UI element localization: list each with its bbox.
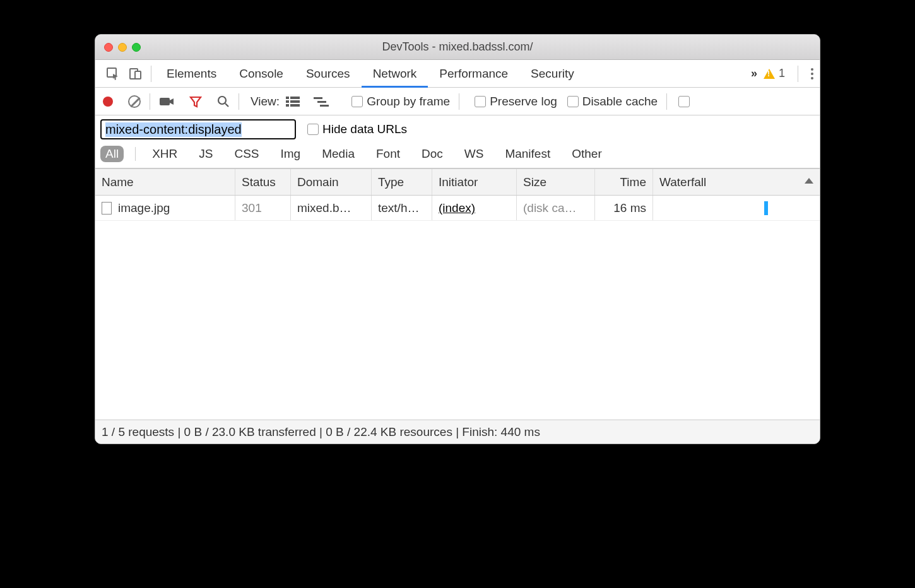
tab-performance[interactable]: Performance <box>428 60 519 88</box>
close-window-button[interactable] <box>104 43 113 52</box>
separator <box>150 93 150 110</box>
main-tabstrip: Elements Console Sources Network Perform… <box>95 60 820 88</box>
filter-pill-img[interactable]: Img <box>276 146 306 162</box>
col-header-type[interactable]: Type <box>372 169 432 195</box>
devtools-window: DevTools - mixed.badssl.com/ Elements Co… <box>95 34 820 444</box>
hide-data-urls-label: Hide data URLs <box>322 122 407 136</box>
table-body: image.jpg 301 mixed.b… text/h… (index) (… <box>95 196 820 420</box>
filter-type-pills: All XHR JS CSS Img Media Font Doc WS Man… <box>95 143 820 168</box>
cell-time: 16 ms <box>595 196 653 220</box>
search-icon[interactable] <box>217 95 230 108</box>
separator <box>151 66 151 82</box>
filter-pill-ws[interactable]: WS <box>459 146 489 162</box>
separator <box>666 93 667 110</box>
checkbox-icon <box>567 96 579 107</box>
clear-button[interactable] <box>128 95 141 108</box>
filter-pill-media[interactable]: Media <box>317 146 360 162</box>
warning-count: 1 <box>779 67 785 80</box>
col-header-size[interactable]: Size <box>517 169 595 195</box>
filter-pill-xhr[interactable]: XHR <box>147 146 182 162</box>
offline-checkbox[interactable] <box>678 96 690 107</box>
filter-pill-all[interactable]: All <box>100 146 124 162</box>
svg-rect-10 <box>290 104 300 107</box>
titlebar: DevTools - mixed.badssl.com/ <box>95 35 820 60</box>
window-title: DevTools - mixed.badssl.com/ <box>95 40 820 54</box>
sort-asc-icon <box>805 178 813 184</box>
separator <box>798 66 798 82</box>
svg-rect-11 <box>314 97 322 99</box>
filter-pill-css[interactable]: CSS <box>229 146 264 162</box>
filter-pill-js[interactable]: JS <box>194 146 218 162</box>
col-header-initiator[interactable]: Initiator <box>432 169 517 195</box>
cell-name: image.jpg <box>95 196 235 220</box>
col-header-domain[interactable]: Domain <box>291 169 372 195</box>
tab-security[interactable]: Security <box>519 60 586 88</box>
tab-network[interactable]: Network <box>362 60 428 88</box>
svg-rect-2 <box>135 71 141 79</box>
cell-size: (disk ca… <box>517 196 595 220</box>
table-header: Name Status Domain Type Initiator Size T… <box>95 169 820 196</box>
filter-icon[interactable] <box>189 95 202 108</box>
cell-waterfall <box>653 196 820 220</box>
cell-domain: mixed.b… <box>291 196 372 220</box>
filter-pill-doc[interactable]: Doc <box>416 146 448 162</box>
group-by-frame-label: Group by frame <box>367 95 450 109</box>
disable-cache-label: Disable cache <box>582 95 658 109</box>
svg-rect-12 <box>317 101 326 103</box>
status-bar: 1 / 5 requests | 0 B / 23.0 KB transferr… <box>95 420 820 444</box>
table-row[interactable]: image.jpg 301 mixed.b… text/h… (index) (… <box>95 196 820 221</box>
minimize-window-button[interactable] <box>118 43 127 52</box>
col-header-time[interactable]: Time <box>595 169 653 195</box>
svg-rect-3 <box>160 98 170 105</box>
cell-initiator: (index) <box>432 196 517 220</box>
svg-rect-8 <box>290 100 300 103</box>
col-header-name[interactable]: Name <box>95 169 235 195</box>
col-header-waterfall[interactable]: Waterfall <box>653 169 820 195</box>
filter-input[interactable] <box>100 119 296 139</box>
network-toolbar: View: Group by frame Preserve log Disabl… <box>95 88 820 115</box>
svg-rect-6 <box>290 97 300 99</box>
more-tabs-button[interactable]: » <box>751 67 755 80</box>
disable-cache-checkbox[interactable]: Disable cache <box>567 95 658 109</box>
group-by-frame-checkbox[interactable]: Group by frame <box>351 95 450 109</box>
warnings-indicator[interactable]: 1 <box>764 67 785 80</box>
traffic-lights <box>95 43 141 52</box>
col-header-waterfall-label: Waterfall <box>659 175 706 189</box>
svg-rect-5 <box>286 97 289 99</box>
filter-pill-manifest[interactable]: Manifest <box>500 146 555 162</box>
zoom-window-button[interactable] <box>132 43 141 52</box>
preserve-log-label: Preserve log <box>490 95 557 109</box>
overview-icon[interactable] <box>314 96 329 107</box>
large-rows-icon[interactable] <box>286 96 300 107</box>
kebab-menu-icon[interactable] <box>811 68 813 79</box>
col-header-status[interactable]: Status <box>235 169 291 195</box>
cell-status: 301 <box>235 196 291 220</box>
filter-bar: Hide data URLs <box>95 115 820 143</box>
hide-data-urls-checkbox[interactable]: Hide data URLs <box>307 122 407 136</box>
svg-point-4 <box>218 97 226 104</box>
svg-rect-9 <box>286 104 289 107</box>
tab-sources[interactable]: Sources <box>295 60 362 88</box>
warning-icon <box>764 69 775 79</box>
inspect-element-icon[interactable] <box>102 62 124 85</box>
screenshot-icon[interactable] <box>159 96 174 107</box>
svg-rect-7 <box>286 100 289 103</box>
initiator-link[interactable]: (index) <box>439 201 475 215</box>
separator <box>239 93 239 110</box>
file-icon <box>102 202 112 215</box>
filter-pill-other[interactable]: Other <box>567 146 607 162</box>
status-text: 1 / 5 requests | 0 B / 23.0 KB transferr… <box>102 425 540 439</box>
svg-rect-13 <box>320 105 329 107</box>
view-label: View: <box>251 95 280 109</box>
cell-type: text/h… <box>372 196 432 220</box>
tab-elements[interactable]: Elements <box>155 60 228 88</box>
preserve-log-checkbox[interactable]: Preserve log <box>475 95 557 109</box>
separator <box>459 93 459 110</box>
checkbox-icon <box>475 96 486 107</box>
waterfall-bar <box>764 201 768 215</box>
checkbox-icon <box>307 124 319 135</box>
toggle-device-toolbar-icon[interactable] <box>124 62 147 85</box>
filter-pill-font[interactable]: Font <box>371 146 405 162</box>
tab-console[interactable]: Console <box>228 60 295 88</box>
record-button[interactable] <box>103 97 113 107</box>
